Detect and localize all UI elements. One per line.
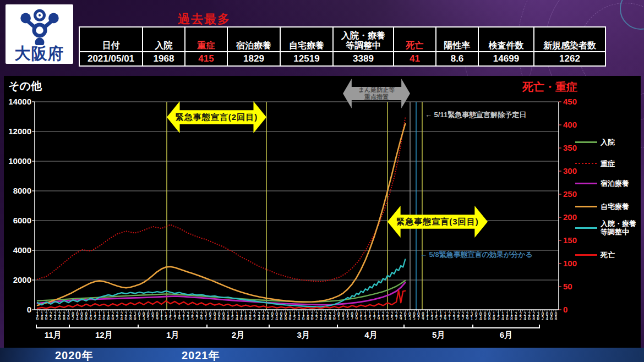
dashboard-page: { "header": { "logo_text": "大阪府", "recor…: [0, 0, 644, 362]
legend-label: 宿泊療養: [601, 174, 629, 193]
table-column: 入院1968: [143, 28, 185, 65]
right-axis-label: 50: [563, 282, 585, 292]
legend-label: 入院: [601, 133, 615, 151]
month-label: 12月: [69, 330, 139, 341]
year-band: 2020年 2021年: [0, 348, 644, 362]
table-column: 陽性率8.6: [436, 28, 479, 65]
table-column: 自宅療養12519: [281, 28, 334, 65]
table-column: 死亡41: [394, 28, 436, 65]
left-axis-label: 6000: [5, 216, 31, 226]
logo-text: 大阪府: [15, 45, 64, 62]
decorative-arc-teal: [620, 0, 644, 30]
table-value-cell: 2021/05/01: [80, 51, 142, 65]
record-high-label: 過去最多: [178, 11, 231, 28]
month-label: 6月: [472, 330, 540, 341]
table-value-cell: 3389: [334, 51, 393, 65]
table-value-cell: 1262: [534, 51, 605, 65]
right-axis-label: 200: [563, 212, 585, 222]
osaka-logo-card: 大阪府: [6, 4, 73, 64]
chart-canvas: [4, 76, 641, 348]
table-value-cell: 1829: [228, 51, 280, 65]
table-column: 日付2021/05/01: [80, 28, 143, 65]
table-value-cell: 8.6: [436, 51, 478, 65]
year-2021-label: 2021年: [182, 348, 220, 362]
left-axis-label: 12000: [5, 127, 31, 136]
left-axis-label: 8000: [5, 186, 31, 196]
legend-label: 入院・療養 等調整中: [601, 218, 636, 237]
year-2020-label: 2020年: [55, 348, 94, 362]
chart-panel: その他 死亡・重症 020004000600080001000012000140…: [4, 76, 641, 348]
legend-swatch-重症: [575, 163, 597, 164]
right-axis-label: 350: [563, 143, 585, 153]
legend-swatch-入院: [575, 141, 597, 143]
month-bracket: [337, 325, 405, 328]
right-axis-label: 250: [563, 189, 585, 199]
table-column: 宿泊療養1829: [228, 28, 281, 65]
month-bracket: [269, 325, 339, 328]
left-axis-label: 4000: [5, 245, 31, 255]
table-value-cell: 14699: [479, 51, 533, 65]
right-axis-label: 100: [563, 259, 585, 268]
legend-swatch-宿泊療養: [575, 183, 597, 184]
table-column: 入院・療養 等調整中3389: [334, 28, 394, 65]
right-axis-label: 400: [563, 120, 585, 130]
table-value-cell: 1968: [143, 51, 184, 65]
series-自宅療養: [37, 124, 405, 305]
table-header-cell: 自宅療養: [281, 28, 332, 51]
osaka-logo-icon: [16, 9, 63, 45]
table-header-cell: 日付: [80, 28, 142, 51]
left-axis-label: 14000: [5, 97, 31, 107]
annotation-note: ← 5/11緊急事態宣言解除予定日: [425, 110, 526, 120]
table-header-cell: 入院: [143, 28, 184, 51]
month-label: 11月: [36, 330, 70, 341]
month-label: 1月: [138, 330, 208, 341]
legend-swatch-死亡: [575, 254, 597, 256]
table-value-cell: 41: [394, 51, 435, 65]
summary-table: 日付2021/05/01入院1968重症415宿泊療養1829自宅療養12519…: [79, 26, 606, 67]
series-重症: [37, 118, 405, 281]
table-header-cell: 宿泊療養: [228, 28, 280, 51]
table-column: 重症415: [185, 28, 228, 65]
left-axis-label: 10000: [5, 156, 31, 166]
table-header-cell: 重症: [185, 28, 227, 51]
x-tick-label: 0 8: [553, 312, 559, 321]
table-header-cell: 新規感染者数: [534, 28, 605, 51]
month-bracket: [403, 325, 473, 328]
table-header-cell: 死亡: [394, 28, 435, 51]
left-axis-label: 2000: [5, 275, 31, 285]
right-axis-label: 300: [563, 166, 585, 176]
table-value-cell: 415: [185, 51, 227, 65]
right-axis-label: 0: [563, 305, 585, 315]
table-column: 新規感染者数1262: [534, 28, 605, 65]
month-bracket: [69, 325, 139, 328]
legend-swatch-自宅療養: [575, 206, 597, 207]
legend-swatch-入院・療養等調整中: [575, 227, 597, 229]
month-bracket: [472, 325, 540, 328]
legend-label: 死亡: [601, 245, 615, 264]
month-label: 4月: [337, 330, 405, 341]
table-column: 検査件数14699: [479, 28, 534, 65]
table-header-cell: 検査件数: [479, 28, 533, 51]
month-label: 5月: [403, 330, 473, 341]
table-header-cell: 入院・療養 等調整中: [334, 28, 393, 51]
month-bracket: [36, 325, 70, 328]
month-label: 3月: [269, 330, 339, 341]
legend-label: 重症: [601, 154, 615, 173]
legend-label: 自宅療養: [601, 197, 629, 216]
month-bracket: [206, 325, 270, 328]
right-axis-label: 150: [563, 235, 585, 245]
month-bracket: [138, 325, 208, 328]
table-value-cell: 12519: [281, 51, 332, 65]
table-header-cell: 陽性率: [436, 28, 478, 51]
annotation-note: ← 5/8緊急事態宣言の効果が分かる: [420, 250, 533, 260]
right-axis-label: 450: [563, 97, 585, 107]
left-axis-label: 0: [5, 305, 31, 315]
month-label: 2月: [206, 330, 270, 341]
